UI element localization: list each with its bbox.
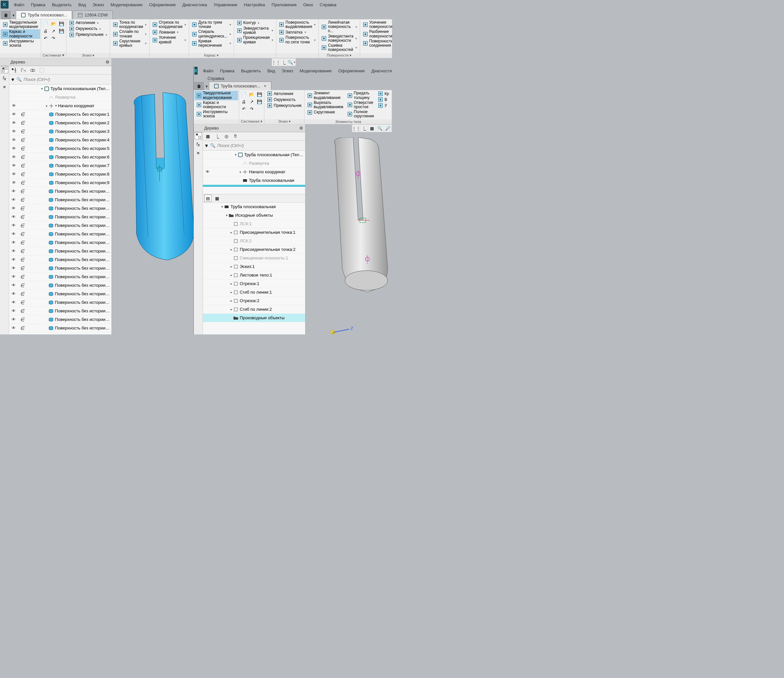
sys-btn-5[interactable]: 💾	[58, 27, 65, 34]
nsys-0[interactable]: 📄	[240, 91, 247, 98]
menu-Эскиз[interactable]: Эскиз	[90, 1, 107, 9]
mt-btn-1[interactable]: 1112	[11, 67, 18, 74]
nesc-cmd[interactable]: Прямоугольник	[265, 103, 303, 109]
nmt-1[interactable]: ▦	[204, 133, 212, 140]
nested-tab-dropdown[interactable]: ▾	[204, 82, 209, 90]
search-input[interactable]	[23, 76, 110, 82]
tree-row[interactable]: 👁∈Поверхность без истории:26	[9, 324, 112, 333]
tree-row[interactable]: 👁∈Поверхность без истории:16	[9, 238, 112, 247]
nsys-6[interactable]: ↶	[240, 105, 247, 112]
menu-Правка[interactable]: Правка	[28, 1, 48, 9]
nele-cmd[interactable]: Отверстие простое	[345, 100, 376, 109]
nested-viewport-3d[interactable]: Z	[305, 124, 392, 334]
ribbon-cmd[interactable]: Точка по координатам▾	[111, 20, 149, 29]
tree-row[interactable]: 👁∈Поверхность без истории:23	[9, 298, 112, 307]
tree-row[interactable]: 👁∈Поверхность без истории:27	[9, 333, 112, 334]
ribbon-cmd[interactable]: Дуга по трем точкам▾	[190, 20, 233, 29]
mode-btn-0[interactable]: Твердотельное моделирование	[1, 20, 40, 29]
ribbon-cmd[interactable]: Заплатка▾	[277, 29, 318, 35]
vt-axis[interactable]: ⎿	[360, 124, 368, 132]
ribbon-cmd[interactable]: Усечение поверхности▾	[361, 20, 392, 29]
ribbon-cmd[interactable]: Усечение кривой▾	[150, 35, 188, 44]
tree-row[interactable]: 👁∈Поверхность без истории:25	[9, 315, 112, 324]
nested-mode-btn-1[interactable]: Каркас и поверхности	[194, 100, 238, 109]
nmt-4[interactable]: ⠿	[232, 133, 239, 140]
nesc-cmd[interactable]: Окружность	[265, 97, 303, 103]
nele-v[interactable]: В	[376, 97, 391, 103]
ribbon-cmd[interactable]: Спираль цилиндрическ...▾	[190, 29, 233, 39]
nsys-8[interactable]	[255, 105, 263, 112]
tree-row[interactable]: 👁∈Поверхность без истории:12	[9, 204, 112, 213]
tree-row[interactable]: ▸Присоединительная точка:2	[203, 245, 305, 254]
ribbon-cmd[interactable]: Автолиния▾	[67, 20, 109, 26]
close-icon[interactable]: ×	[264, 84, 266, 89]
nested-menu-Диагностика[interactable]: Диагностика	[369, 67, 392, 75]
ribbon-cmd[interactable]: Поверхность выдавливания▾	[277, 20, 318, 29]
tree-row[interactable]: 👁∈Поверхность без истории:11	[9, 196, 112, 204]
tree-row[interactable]: 👁∈Поверхность без истории:20	[9, 272, 112, 281]
ribbon-cmd[interactable]: Контур▾	[235, 20, 275, 26]
tree-row[interactable]: Развертка	[9, 93, 112, 102]
filter-icon[interactable]: ▼	[204, 143, 209, 148]
tree-row[interactable]: 👁∈Поверхность без истории:21	[9, 281, 112, 290]
ribbon-cmd[interactable]: Эквидистанта кривой▾	[235, 26, 275, 35]
nested-menu-help[interactable]: Справка	[205, 75, 227, 82]
ribbon-cmd[interactable]: Окружность▾	[67, 26, 109, 32]
mode-btn-1[interactable]: Каркас и поверхности	[1, 29, 40, 39]
ribbon-cmd[interactable]: Разбиение поверхности▾	[361, 29, 392, 39]
nele-kr[interactable]: Кр	[376, 91, 391, 97]
ribbon-cmd[interactable]: Отрезок по координатам▾	[150, 20, 188, 29]
vt-zoom[interactable]: 🔎	[384, 124, 392, 132]
nmt2-2[interactable]: ▦	[213, 194, 221, 202]
vt-iso[interactable]: ▦	[368, 124, 376, 132]
tree-row[interactable]: 👁∈Поверхность без истории:2	[9, 119, 112, 127]
tree-row[interactable]: 👁∈Поверхность без истории:24	[9, 307, 112, 315]
tree-row[interactable]: 👁∈Поверхность без истории:6	[9, 153, 112, 162]
menu-Справка[interactable]: Справка	[317, 1, 339, 9]
nested-menu-Правка[interactable]: Правка	[217, 67, 237, 75]
filter-icon[interactable]: ▼	[11, 77, 15, 82]
sys-btn-8[interactable]	[58, 34, 65, 42]
ribbon-cmd[interactable]: Поверхность по сети точек▾	[277, 35, 318, 44]
nested-home-tab[interactable]	[194, 82, 204, 90]
menu-Окно[interactable]: Окно	[300, 1, 316, 9]
nmt-2[interactable]: ⎿	[213, 133, 221, 140]
vt-search[interactable]: 🔍	[376, 124, 384, 132]
ribbon-cmd[interactable]: Кривая пересечения▾	[190, 39, 233, 48]
tree-row[interactable]: 👁∈Поверхность без истории:22	[9, 290, 112, 298]
tree-row[interactable]: 👁∈Поверхность без истории:7	[9, 162, 112, 170]
nsys-4[interactable]: ↗	[247, 98, 255, 105]
tree-row[interactable]: ▸Листовое тело:1	[203, 271, 305, 280]
nsys-7[interactable]: ↷	[247, 105, 255, 112]
nps-fx-icon[interactable]: fx	[195, 141, 202, 148]
ribbon-cmd[interactable]: Сплайн по точкам▾	[111, 29, 149, 39]
mt-btn-2[interactable]	[20, 67, 27, 74]
nele-cmd[interactable]: Вырезать выдавливанием	[305, 100, 345, 109]
nested-mode-btn-0[interactable]: Твердотельное моделирование	[194, 91, 238, 100]
ribbon-cmd[interactable]: Сшивка поверхностей▾	[319, 43, 359, 52]
sys-btn-7[interactable]: ↷	[50, 34, 58, 42]
menu-Настройка[interactable]: Настройка	[241, 1, 268, 9]
tree-row[interactable]: ▾Труба плоскоовальная	[203, 202, 305, 211]
menu-Выделить[interactable]: Выделить	[49, 1, 74, 9]
nele-cmd[interactable]: Полное скругление	[345, 109, 376, 119]
tree-row[interactable]: 👁∈Поверхность без истории:15	[9, 230, 112, 238]
ribbon-cmd[interactable]: Поверхность соединения▾	[361, 39, 392, 48]
nested-menu-Моделирование[interactable]: Моделирование	[297, 67, 334, 75]
ribbon-cmd[interactable]: Эквидистанта поверхности▾	[319, 34, 359, 43]
menu-Приложения[interactable]: Приложения	[269, 1, 299, 9]
sys-btn-2[interactable]: 💾	[58, 20, 65, 27]
tree-row[interactable]: Смещенная плоскость:1	[203, 254, 305, 263]
mode-btn-2[interactable]: Инструменты эскиза	[1, 39, 40, 48]
nested-menu-Эскиз[interactable]: Эскиз	[279, 67, 296, 75]
ribbon-cmd[interactable]: Линейчатая поверхность п...▾	[319, 20, 359, 34]
vt-grid[interactable]: ⋮⋮	[272, 59, 280, 66]
tree-row[interactable]: 👁∈Поверхность без истории:8	[9, 170, 112, 179]
menu-Моделирование[interactable]: Моделирование	[108, 1, 145, 9]
tree-row[interactable]: 👁∈Поверхность без истории:4	[9, 136, 112, 145]
nested-menu-Файл[interactable]: Файл	[200, 67, 216, 75]
tree-row[interactable]: Развертка	[203, 159, 305, 168]
ribbon-cmd[interactable]: Прямоугольник▾	[67, 32, 109, 38]
nsys-2[interactable]: 💾	[255, 91, 263, 98]
nmt2-1[interactable]: ▤	[204, 194, 212, 202]
